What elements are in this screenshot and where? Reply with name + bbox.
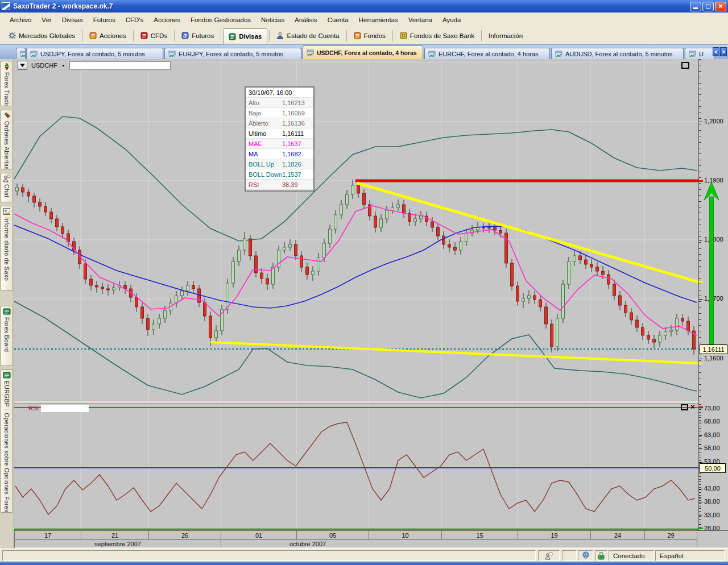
- price-label-1-2000: 1,2000: [704, 118, 723, 124]
- rsi-label-43-00: 43,00: [704, 485, 720, 492]
- chat-icon: [3, 175, 11, 182]
- menu-noticias[interactable]: Noticias: [256, 15, 289, 25]
- sidebar-item-eurgbp-operaciones-sobre-opciones-forex[interactable]: EURGBP - Operaciones sobre Opciones Fore…: [1, 369, 13, 513]
- price-axis: 1,20001,19001,18001,17001,160073,0068,00…: [698, 59, 728, 530]
- toolbar-item-label: Divisas: [239, 33, 262, 40]
- tab-scroll-left-button[interactable]: <: [713, 47, 719, 56]
- tab-scroll-right-button[interactable]: >: [720, 47, 727, 56]
- board-icon: [3, 308, 11, 315]
- rsi-chart[interactable]: [14, 401, 698, 530]
- maximize-rsi-button[interactable]: [681, 404, 688, 410]
- menu-fondos-gestionados[interactable]: Fondos Gestionados: [185, 15, 256, 25]
- chart-tab-icon: [428, 51, 436, 57]
- status-cell-empty: [562, 550, 577, 561]
- restore-button[interactable]: [702, 2, 714, 11]
- toolbar-separator: [481, 30, 482, 41]
- candlestick-chart[interactable]: [14, 59, 698, 401]
- last-price-box: 1,16111: [700, 344, 727, 354]
- sidebar-item-ordenes-abiertas[interactable]: Ordenes Abiertas: [1, 110, 13, 169]
- report-icon: [3, 207, 11, 215]
- status-cell-lock-icon[interactable]: [595, 550, 607, 561]
- chart-tab-eurchf-forex-al-contado-4-horas[interactable]: EURCHF, Forex al contado, 4 horas: [424, 48, 550, 59]
- axis-mark: [699, 406, 703, 408]
- rsi-label: RSI: [28, 405, 39, 412]
- doc-blue-icon: [181, 32, 189, 39]
- status-cell-globe-icon[interactable]: [578, 550, 593, 561]
- globe-icon: [581, 551, 590, 560]
- sidebar: Forex TradingOrdenes AbiertasChatInforme…: [0, 59, 14, 549]
- sidebar-item-chat[interactable]: Chat: [1, 173, 13, 202]
- sidebar-item-forex-trading[interactable]: Forex Trading: [1, 61, 13, 106]
- toolbar-item-futuros[interactable]: Futuros: [176, 29, 219, 43]
- time-axis-day-10: 10: [369, 531, 441, 539]
- chart-tab-eurjpy-forex-al-contado-5-minutos[interactable]: EURJPY, Forex al contado, 5 minutos: [164, 48, 301, 59]
- time-axis-day-26: 26: [148, 531, 221, 539]
- toolbar-separator: [346, 30, 347, 41]
- chart-tab-strip: USDJPY, Forex al contado, 5 minutosEURJP…: [0, 44, 728, 59]
- price-label-1-1600: 1,1600: [704, 355, 723, 362]
- menu-ayuda[interactable]: Ayuda: [437, 15, 466, 25]
- menu-ver[interactable]: Ver: [36, 15, 56, 25]
- tooltip-label: Abierto: [249, 120, 282, 127]
- chart-tab-u[interactable]: U: [685, 48, 714, 59]
- tooltip-header: 30/10/07, 16:00: [246, 88, 313, 98]
- toolbar-item-label: CFDs: [151, 32, 167, 39]
- instrument-input[interactable]: [69, 61, 171, 70]
- maximize-chart-button[interactable]: [681, 62, 689, 69]
- chat-icon: [545, 552, 553, 560]
- panel-splitter[interactable]: [14, 401, 698, 404]
- toolbar-item-divisas[interactable]: Divisas: [223, 28, 267, 44]
- chart-menu-button[interactable]: [18, 61, 27, 70]
- title-bar: SaxoTrader 2 - workspace.ok.7 ×: [0, 0, 728, 13]
- menu-acciones[interactable]: Acciones: [148, 15, 185, 25]
- sidebar-item-label: Informe diario de Saxo: [3, 217, 10, 281]
- instrument-dropdown-icon[interactable]: ▼: [61, 64, 65, 68]
- menu-herramientas[interactable]: Herramientas: [354, 15, 403, 25]
- menu-divisas[interactable]: Divisas: [57, 15, 88, 25]
- sidebar-item-informe-diario-de-saxo[interactable]: Informe diario de Saxo: [1, 206, 13, 291]
- tooltip-row-bajo: Bajo1,16059: [246, 108, 313, 118]
- sidebar-item-forex-board[interactable]: Forex Board: [1, 306, 13, 366]
- menu-ventana[interactable]: Ventana: [403, 15, 437, 25]
- chart-tab-usdjpy-forex-al-contado-5-minutos[interactable]: USDJPY, Forex al contado, 5 minutos: [26, 48, 163, 59]
- toolbar-item-acciones[interactable]: Acciones: [84, 29, 131, 43]
- price-chart-panel: USDCHF ▼ 30/10/07, 16:00Alto1,16213Bajo1…: [14, 59, 698, 401]
- status-cell-chat-icon[interactable]: [538, 550, 560, 561]
- toolbar-item-informaci-n[interactable]: Información: [483, 29, 528, 43]
- window-title: SaxoTrader 2 - workspace.ok.7: [13, 2, 689, 10]
- tooltip-label: Bajo: [249, 110, 282, 117]
- time-axis-day-29: 29: [644, 531, 697, 539]
- time-axis-day-01: 01: [221, 531, 296, 539]
- fund-gold-icon: [400, 32, 407, 39]
- toolbar-item-cfds[interactable]: CFDs: [135, 29, 172, 43]
- instrument-label: USDCHF: [31, 62, 57, 69]
- toolbar-item-fondos-de-saxo-bank[interactable]: Fondos de Saxo Bank: [395, 29, 479, 43]
- menu-an-lisis[interactable]: Análisis: [289, 15, 322, 25]
- chart-tab-audusd-forex-al-contado-5-minutos[interactable]: AUDUSD, Forex al contado, 5 minutos: [551, 48, 684, 59]
- tooltip-label: BOLL Up: [249, 161, 282, 168]
- time-axis-day-24: 24: [590, 531, 644, 539]
- toolbar-item-mercados-globales[interactable]: Mercados Globales: [3, 29, 80, 43]
- toolbar-item-fondos[interactable]: Fondos: [349, 29, 391, 43]
- menu-cfd-s[interactable]: CFD's: [121, 15, 149, 25]
- close-rsi-button[interactable]: ×: [690, 404, 695, 410]
- tooltip-label: MA: [249, 151, 282, 157]
- tooltip-value: 1,16059: [282, 110, 311, 117]
- menu-cuenta[interactable]: Cuenta: [322, 15, 354, 25]
- tooltip-label: MAE: [249, 140, 282, 147]
- close-button[interactable]: ×: [715, 2, 726, 11]
- menu-archivo[interactable]: Archivo: [5, 15, 36, 25]
- chart-tab-item[interactable]: [16, 48, 26, 59]
- tooltip-row-ultimo: Ultimo1,16111: [246, 128, 313, 139]
- minimize-icon: [693, 7, 698, 9]
- tooltip-row-boll-up: BOLL Up1,1826: [246, 159, 313, 169]
- language-status: Español: [655, 550, 725, 561]
- toolbar-item-estado-de-cuenta[interactable]: Estado de Cuenta: [271, 29, 344, 43]
- rsi-edit-box[interactable]: [41, 405, 89, 412]
- chart-tab-icon: [307, 49, 315, 56]
- toolbar-separator: [392, 30, 393, 41]
- time-axis-day-19: 19: [518, 531, 590, 539]
- menu-futuros[interactable]: Futuros: [88, 15, 121, 25]
- minimize-button[interactable]: [690, 2, 701, 11]
- chart-tab-usdchf-forex-al-contado-4-horas[interactable]: USDCHF, Forex al contado, 4 horas: [303, 45, 423, 59]
